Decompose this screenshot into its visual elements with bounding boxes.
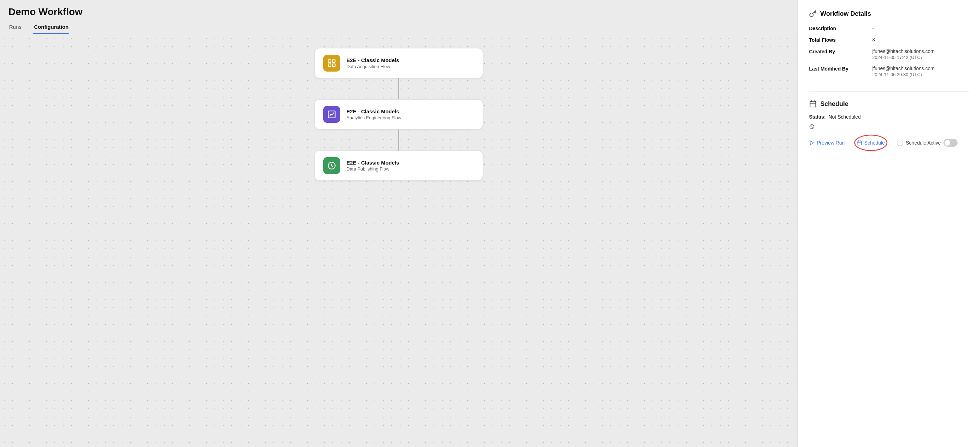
svg-rect-1 bbox=[332, 60, 335, 62]
svg-rect-0 bbox=[328, 60, 331, 62]
flow-title-1: E2E - Classic Models bbox=[347, 57, 399, 63]
left-panel: Demo Workflow Runs Configuration E2E - C… bbox=[0, 0, 797, 447]
svg-rect-3 bbox=[332, 64, 335, 67]
total-flows-label: Total Flows bbox=[809, 37, 872, 43]
flow-icon-1 bbox=[323, 55, 340, 72]
flow-text-3: E2E - Classic Models Data Publishing Flo… bbox=[347, 160, 399, 172]
svg-rect-2 bbox=[328, 64, 331, 67]
workflow-canvas: E2E - Classic Models Data Acquisition Fl… bbox=[0, 34, 797, 447]
tabs-bar: Runs Configuration bbox=[0, 21, 797, 34]
schedule-title: Schedule bbox=[820, 100, 848, 108]
timer-value: - bbox=[818, 124, 819, 129]
last-modified-label: Last Modified By bbox=[809, 65, 872, 72]
description-value: - bbox=[872, 25, 969, 31]
info-icon[interactable]: i bbox=[897, 140, 903, 146]
connector-2 bbox=[398, 129, 399, 151]
flow-icon-2 bbox=[323, 106, 340, 123]
publish-icon bbox=[327, 161, 336, 170]
grid-icon bbox=[327, 59, 336, 68]
schedule-section: Schedule Status: Not Scheduled - Preview… bbox=[809, 100, 969, 148]
created-by-value: jfunes@hitachisolutions.com 2024-11-05 1… bbox=[872, 48, 969, 60]
svg-rect-6 bbox=[810, 102, 816, 107]
tab-configuration[interactable]: Configuration bbox=[33, 21, 69, 34]
schedule-active-toggle[interactable] bbox=[943, 139, 958, 147]
timer-icon bbox=[809, 124, 815, 129]
status-value: Not Scheduled bbox=[828, 114, 861, 120]
flow-icon-3 bbox=[323, 157, 340, 174]
flow-card-2[interactable]: E2E - Classic Models Analytics Engineeri… bbox=[315, 99, 483, 129]
section-divider bbox=[809, 91, 969, 92]
tab-runs[interactable]: Runs bbox=[8, 21, 22, 34]
schedule-calendar-icon bbox=[856, 140, 862, 146]
actions-row: Preview Run Schedule i bbox=[809, 138, 969, 148]
flow-subtitle-3: Data Publishing Flow bbox=[347, 166, 399, 172]
status-label: Status: bbox=[809, 114, 826, 120]
description-label: Description bbox=[809, 25, 872, 31]
flow-card-1[interactable]: E2E - Classic Models Data Acquisition Fl… bbox=[315, 48, 483, 78]
play-icon bbox=[809, 140, 815, 146]
flow-card-3[interactable]: E2E - Classic Models Data Publishing Flo… bbox=[315, 151, 483, 181]
schedule-button[interactable]: Schedule bbox=[851, 138, 889, 148]
flow-text-2: E2E - Classic Models Analytics Engineeri… bbox=[347, 108, 401, 120]
preview-run-button[interactable]: Preview Run bbox=[809, 140, 845, 146]
last-modified-value: jfunes@hitachisolutions.com 2024-11-06 2… bbox=[872, 65, 969, 77]
details-grid: Description - Total Flows 3 Created By j… bbox=[809, 25, 969, 77]
schedule-header: Schedule bbox=[809, 100, 969, 108]
schedule-active-row: i Schedule Active bbox=[897, 139, 958, 147]
calendar-icon bbox=[809, 100, 817, 108]
created-by-label: Created By bbox=[809, 48, 872, 54]
key-icon bbox=[809, 10, 817, 17]
flow-subtitle-1: Data Acquisition Flow bbox=[347, 64, 399, 69]
schedule-active-label: Schedule Active bbox=[906, 140, 941, 146]
workflow-details-title: Workflow Details bbox=[820, 10, 871, 17]
page-title: Demo Workflow bbox=[0, 0, 797, 21]
workflow-details-header: Workflow Details bbox=[809, 10, 969, 17]
flow-text-1: E2E - Classic Models Data Acquisition Fl… bbox=[347, 57, 399, 69]
schedule-button-wrapper: Schedule bbox=[851, 138, 889, 148]
connector-1 bbox=[398, 78, 399, 99]
flow-subtitle-2: Analytics Engineering Flow bbox=[347, 115, 401, 120]
status-row: Status: Not Scheduled bbox=[809, 114, 969, 120]
chart-icon bbox=[327, 110, 336, 119]
right-panel: Workflow Details Description - Total Flo… bbox=[797, 0, 980, 447]
svg-rect-12 bbox=[857, 141, 861, 145]
timer-row: - bbox=[809, 124, 969, 129]
svg-marker-11 bbox=[810, 141, 813, 145]
flow-title-3: E2E - Classic Models bbox=[347, 160, 399, 165]
total-flows-value: 3 bbox=[872, 37, 969, 43]
flow-title-2: E2E - Classic Models bbox=[347, 108, 401, 115]
